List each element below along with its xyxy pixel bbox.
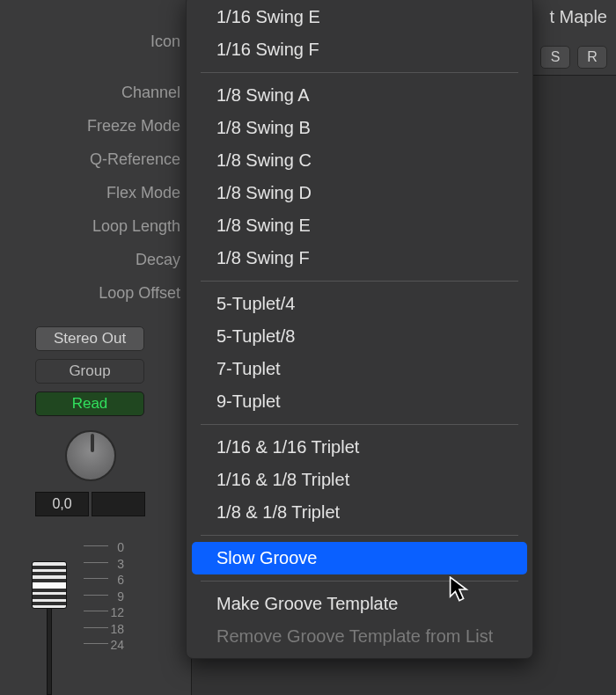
menu-separator <box>201 424 518 425</box>
menu-item-triplet[interactable]: 1/16 & 1/16 Triplet <box>192 431 527 464</box>
label-flex-mode: Flex Mode <box>106 184 180 202</box>
menu-item-remove-groove-template: Remove Groove Template from List <box>192 620 527 653</box>
label-decay: Decay <box>136 251 180 269</box>
track-inspector-panel: Icon Channel Freeze Mode Q-Reference Fle… <box>0 0 192 695</box>
menu-item-tuplet[interactable]: 7-Tuplet <box>192 353 527 385</box>
menu-item-swing[interactable]: 1/16 Swing F <box>192 33 527 66</box>
menu-separator <box>201 581 518 582</box>
menu-separator <box>201 281 518 282</box>
solo-button[interactable]: S <box>540 46 570 69</box>
automation-mode-selector[interactable]: Read <box>35 391 144 416</box>
menu-item-swing[interactable]: 1/8 Swing F <box>192 242 527 274</box>
group-selector[interactable]: Group <box>35 359 144 384</box>
volume-fader[interactable] <box>32 561 67 609</box>
menu-item-triplet[interactable]: 1/8 & 1/8 Triplet <box>192 496 527 529</box>
menu-item-tuplet[interactable]: 9-Tuplet <box>192 385 527 418</box>
menu-separator <box>201 535 518 536</box>
menu-item-swing[interactable]: 1/8 Swing B <box>192 112 527 144</box>
label-loop-length: Loop Length <box>92 217 180 236</box>
label-icon: Icon <box>150 33 180 51</box>
pan-knob[interactable] <box>65 430 116 481</box>
record-enable-button[interactable]: R <box>577 46 607 69</box>
ruler-ticks <box>84 545 108 677</box>
menu-item-swing[interactable]: 1/8 Swing A <box>192 79 527 112</box>
menu-separator <box>201 72 518 73</box>
pan-value-display-2[interactable] <box>92 492 145 516</box>
label-channel: Channel <box>121 84 180 102</box>
ruler-numbers: 0 3 6 9 12 18 24 <box>110 539 124 654</box>
track-name-label: t Maple <box>549 7 607 27</box>
menu-item-tuplet[interactable]: 5-Tuplet/4 <box>192 288 527 320</box>
menu-item-swing[interactable]: 1/8 Swing C <box>192 144 527 177</box>
pan-value-display[interactable]: 0,0 <box>35 492 89 516</box>
menu-item-triplet[interactable]: 1/16 & 1/8 Triplet <box>192 464 527 496</box>
menu-item-slow-groove[interactable]: Slow Groove <box>192 542 527 574</box>
quantize-menu: 1/16 Swing E 1/16 Swing F 1/8 Swing A 1/… <box>186 0 533 659</box>
menu-item-swing[interactable]: 1/8 Swing D <box>192 177 527 209</box>
label-loop-offset: Loop Offset <box>99 284 180 303</box>
menu-item-swing[interactable]: 1/8 Swing E <box>192 209 527 242</box>
menu-item-tuplet[interactable]: 5-Tuplet/8 <box>192 320 527 353</box>
output-selector[interactable]: Stereo Out <box>35 326 144 351</box>
db-ruler: 0 3 6 9 12 18 24 <box>84 539 128 680</box>
menu-item-swing[interactable]: 1/16 Swing E <box>192 1 527 33</box>
label-q-reference: Q-Reference <box>90 150 180 169</box>
menu-item-make-groove-template[interactable]: Make Groove Template <box>192 588 527 620</box>
label-freeze-mode: Freeze Mode <box>87 117 180 135</box>
